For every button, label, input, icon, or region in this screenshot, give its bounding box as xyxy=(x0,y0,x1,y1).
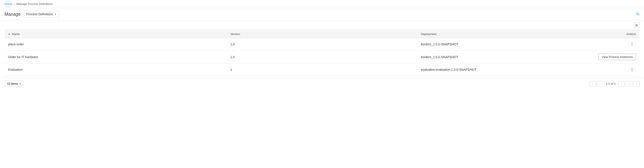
kebab-menu-button[interactable]: ⋮ xyxy=(628,41,636,47)
cell-deployment: evaluation:evaluation:1.0.0-SNAPSHOT xyxy=(417,63,576,76)
more-pages-button[interactable]: » xyxy=(633,81,640,87)
cell-version: 1.0 xyxy=(227,38,417,51)
table-body: place-order 1.0 itorders_1.0.0-SNAPSHOT … xyxy=(4,38,640,76)
first-page-button[interactable]: « xyxy=(590,81,596,87)
table-row: Evaluation 1 evaluation:evaluation:1.0.0… xyxy=(4,63,640,76)
next-page-button[interactable]: › xyxy=(618,81,624,87)
cell-version: 1.0 xyxy=(227,51,417,63)
breadcrumb-separator: » xyxy=(14,3,15,6)
breadcrumb: Home » Manage Process Definitions xyxy=(0,0,644,8)
cell-actions: ⋮ xyxy=(576,63,640,76)
table-row: place-order 1.0 itorders_1.0.0-SNAPSHOT … xyxy=(4,38,640,51)
column-header-version[interactable]: Version xyxy=(227,30,417,38)
chevron-down-icon: ▾ xyxy=(20,82,21,85)
breadcrumb-home[interactable]: Home xyxy=(4,2,12,6)
last-page-button[interactable]: »» xyxy=(626,81,632,87)
columns-toggle-button[interactable]: ⊞ xyxy=(634,22,640,28)
page-info: 1-3 of 3 xyxy=(606,82,616,85)
breadcrumb-current: Manage Process Definitions xyxy=(16,2,52,6)
dropdown-label: Process Definitions xyxy=(26,12,53,16)
header-left: Manage Process Definitions ▾ xyxy=(4,11,59,18)
process-definitions-dropdown[interactable]: Process Definitions ▾ xyxy=(23,11,59,18)
column-header-name[interactable]: ▼ Name xyxy=(4,30,227,38)
pagination-bar: 10 Items ▾ « ‹ 1-3 of 3 › »» » xyxy=(0,78,644,89)
process-definitions-table: ▼ Name Version Deployment Actions place-… xyxy=(4,30,640,76)
column-header-actions: Actions xyxy=(576,30,640,38)
cell-actions: ⋮ xyxy=(576,38,640,51)
manage-label: Manage xyxy=(4,12,20,17)
items-per-page-dropdown[interactable]: 10 Items ▾ xyxy=(4,81,23,87)
cell-name: Evaluation xyxy=(4,63,227,76)
items-per-page-label: 10 Items xyxy=(7,82,18,85)
refresh-button[interactable]: ↻ xyxy=(636,12,640,17)
cell-name: Order for IT hardware xyxy=(4,51,227,63)
table-header: ▼ Name Version Deployment Actions xyxy=(4,30,640,38)
kebab-menu-button[interactable]: ⋮ xyxy=(628,67,636,72)
view-process-instances-button[interactable]: View Process Instances xyxy=(598,54,636,60)
cell-deployment: itorders_1.0.0-SNAPSHOT xyxy=(417,38,576,51)
pagination-controls: « ‹ 1-3 of 3 › »» » xyxy=(590,81,640,87)
toolbar: ⊞ xyxy=(0,21,644,30)
cell-actions: View Process Instances xyxy=(576,51,640,63)
table-row: Order for IT hardware 1.0 itorders_1.0.0… xyxy=(4,51,640,63)
cell-name: place-order xyxy=(4,38,227,51)
sort-icon: ▼ xyxy=(8,33,10,36)
cell-deployment: itorders_1.0.0-SNAPSHOT xyxy=(417,51,576,63)
column-header-deployment[interactable]: Deployment xyxy=(417,30,576,38)
chevron-down-icon: ▾ xyxy=(55,13,56,16)
process-definitions-table-container: ▼ Name Version Deployment Actions place-… xyxy=(0,30,644,76)
header-bar: Manage Process Definitions ▾ ↻ xyxy=(0,8,644,21)
cell-version: 1 xyxy=(227,63,417,76)
prev-page-button[interactable]: ‹ xyxy=(597,81,603,87)
